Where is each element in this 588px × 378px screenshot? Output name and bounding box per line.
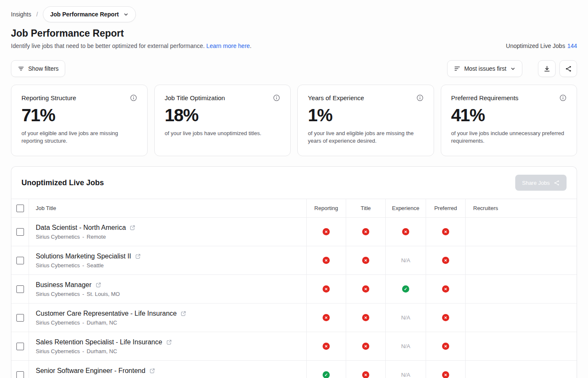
share-jobs-button[interactable]: Share Jobs — [515, 175, 567, 191]
unoptimized-summary-label: Unoptimized Live Jobs — [506, 43, 565, 49]
company-location-separator: - — [82, 234, 84, 240]
job-title-link[interactable]: Senior Software Engineer - Frontend — [36, 367, 146, 375]
recruiters-cell — [466, 303, 577, 332]
na-label: N/A — [386, 246, 426, 275]
card-description: of your live jobs include unnecessary pr… — [451, 130, 567, 145]
share-icon — [565, 65, 572, 72]
job-title-cell: Sales Retention Specialist - Life Insura… — [29, 332, 307, 361]
company-name: Sirius Cybernetics — [36, 291, 80, 297]
job-location: Seattle — [87, 262, 103, 269]
recruiters-cell — [466, 218, 577, 246]
external-link-icon[interactable] — [166, 339, 172, 345]
subtitle-period: . — [250, 43, 252, 49]
breadcrumb: Insights / Job Performance Report — [11, 6, 577, 23]
table-row: Solutions Marketing Specialist II Sirius… — [11, 246, 577, 275]
row-checkbox[interactable] — [16, 285, 24, 293]
job-title-cell: Business Manager Sirius Cybernetics - St… — [29, 275, 307, 303]
chevron-down-icon — [510, 66, 516, 72]
stat-card-reporting-structure: Reporting Structure 71% of your eligible… — [11, 85, 148, 156]
card-value: 71% — [21, 105, 137, 125]
row-checkbox[interactable] — [16, 371, 24, 378]
company-name: Sirius Cybernetics — [36, 348, 80, 354]
row-checkbox[interactable] — [16, 343, 24, 350]
unoptimized-jobs-table: Unoptimized Live Jobs Share Jobs Job Tit… — [11, 166, 577, 378]
company-name: Sirius Cybernetics — [36, 377, 80, 378]
company-location-separator: - — [82, 291, 84, 297]
row-checkbox[interactable] — [16, 314, 24, 322]
company-location-separator: - — [82, 262, 84, 269]
error-icon — [307, 332, 346, 361]
select-all-cell — [11, 199, 29, 218]
card-title: Years of Experience — [308, 94, 364, 101]
card-description: of your eligible and live jobs are missi… — [21, 130, 137, 145]
job-title-cell: Senior Software Engineer - Frontend Siri… — [29, 361, 307, 378]
job-title-link[interactable]: Sales Retention Specialist - Life Insura… — [36, 338, 162, 346]
column-header-reporting: Reporting — [307, 199, 346, 218]
error-icon — [386, 218, 426, 246]
recruiters-cell — [466, 361, 577, 378]
job-title-cell: Solutions Marketing Specialist II Sirius… — [29, 246, 307, 275]
check-icon — [386, 275, 426, 303]
stat-card-years-of-experience: Years of Experience 1% of your live and … — [297, 85, 434, 156]
info-icon[interactable] — [130, 94, 137, 101]
job-location: Durham, NC — [87, 348, 117, 354]
error-icon — [426, 218, 466, 246]
table-row: Business Manager Sirius Cybernetics - St… — [11, 275, 577, 303]
card-title: Reporting Structure — [21, 94, 76, 101]
toolbar-right: Most issues first — [447, 60, 577, 77]
error-icon — [307, 218, 346, 246]
breadcrumb-insights[interactable]: Insights — [11, 11, 31, 18]
select-all-checkbox[interactable] — [16, 205, 24, 212]
job-location: St. Louis, MO — [87, 291, 120, 297]
column-header-title: Title — [346, 199, 386, 218]
table-row: Senior Software Engineer - Frontend Siri… — [11, 361, 577, 378]
info-icon[interactable] — [559, 94, 567, 101]
unoptimized-count: 144 — [567, 43, 577, 49]
learn-more-link[interactable]: Learn more here — [207, 43, 250, 49]
job-title-cell: Customer Care Representative - Life Insu… — [29, 303, 307, 332]
external-link-icon[interactable] — [180, 311, 186, 317]
page: Insights / Job Performance Report Job Pe… — [0, 0, 588, 378]
page-subtitle: Identify live jobs that need to be bette… — [11, 43, 252, 49]
job-title-link[interactable]: Data Scientist - North America — [36, 224, 126, 232]
external-link-icon[interactable] — [149, 368, 155, 374]
company-location-separator: - — [82, 348, 84, 354]
error-icon — [426, 275, 466, 303]
job-title-link[interactable]: Customer Care Representative - Life Insu… — [36, 310, 177, 317]
error-icon — [426, 361, 466, 378]
recruiters-cell — [466, 275, 577, 303]
company-name: Sirius Cybernetics — [36, 319, 80, 326]
share-button[interactable] — [559, 60, 577, 77]
job-title-link[interactable]: Solutions Marketing Specialist II — [36, 253, 131, 260]
column-header-experience: Experience — [386, 199, 426, 218]
download-button[interactable] — [538, 60, 556, 77]
error-icon — [426, 332, 466, 361]
error-icon — [307, 303, 346, 332]
report-selector-label: Job Performance Report — [50, 11, 119, 18]
stat-card-job-title-optimization: Job Title Optimization 18% of your live … — [154, 85, 291, 156]
info-icon[interactable] — [416, 94, 424, 101]
error-icon — [307, 275, 346, 303]
report-selector[interactable]: Job Performance Report — [43, 6, 135, 22]
external-link-icon[interactable] — [130, 225, 135, 231]
job-title-link[interactable]: Business Manager — [36, 281, 92, 289]
subtitle-row: Identify live jobs that need to be bette… — [11, 43, 577, 49]
company-name: Sirius Cybernetics — [36, 262, 80, 269]
sort-dropdown[interactable]: Most issues first — [447, 60, 522, 77]
table-title: Unoptimized Live Jobs — [21, 178, 104, 187]
job-location: Atlanta, San Francisco, or Chicago — [87, 377, 171, 378]
error-icon — [346, 332, 386, 361]
row-checkbox-cell — [11, 303, 29, 332]
row-checkbox-cell — [11, 332, 29, 361]
card-description: of your live jobs have unoptimized title… — [165, 130, 281, 137]
row-checkbox[interactable] — [16, 228, 24, 236]
info-icon[interactable] — [273, 94, 280, 101]
column-header-job-title: Job Title — [29, 199, 307, 218]
external-link-icon[interactable] — [95, 282, 101, 288]
na-label: N/A — [386, 361, 426, 378]
row-checkbox-cell — [11, 275, 29, 303]
external-link-icon[interactable] — [135, 253, 141, 259]
row-checkbox[interactable] — [16, 257, 24, 264]
share-icon — [554, 180, 560, 186]
show-filters-button[interactable]: Show filters — [11, 60, 65, 77]
